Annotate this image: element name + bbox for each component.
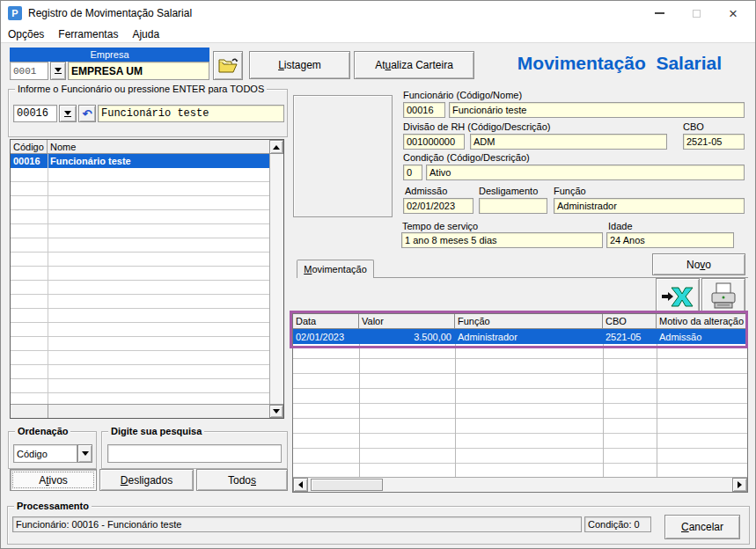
cbo-field[interactable]: 2521-05 [683, 134, 745, 150]
col-data[interactable]: Data [293, 314, 359, 329]
hscroll-thumb[interactable] [311, 479, 383, 491]
col-cbo[interactable]: CBO [603, 314, 657, 329]
employee-row-selected[interactable]: 00016 Funcionário teste [11, 154, 269, 168]
funcionario-code-field[interactable]: 00016 [403, 102, 445, 118]
desligamento-field[interactable] [479, 198, 547, 214]
excel-export-button[interactable] [656, 278, 700, 314]
cell-valor: 3.500,00 [359, 329, 455, 344]
cancelar-button[interactable]: Cancelar [664, 515, 740, 539]
minimize-icon [655, 12, 664, 14]
menu-ferramentas[interactable]: Ferramentas [51, 26, 125, 42]
divisao-label: Divisão de RH (Código/Descrição) [403, 121, 551, 132]
search-input[interactable] [107, 444, 282, 463]
open-company-button[interactable] [213, 51, 243, 80]
column-header-nome[interactable]: Nome [48, 140, 269, 154]
admissao-field[interactable]: 02/01/2023 [403, 198, 473, 214]
screen-title: Movimentação Salarial [490, 49, 749, 77]
minimize-button[interactable] [641, 1, 678, 26]
atualiza-carteira-button[interactable]: Atualiza Carteira [354, 51, 474, 79]
processing-condicao: Condição: 0 [584, 516, 651, 532]
scroll-left-icon [298, 481, 303, 488]
column-header-codigo[interactable]: Código [11, 140, 48, 154]
divisao-desc-field[interactable]: ADM [470, 134, 667, 150]
funcao-label: Função [554, 186, 586, 196]
grid-scrollbar-track[interactable] [269, 154, 283, 404]
search-group: Digite sua pesquisa [101, 431, 288, 469]
ordering-select[interactable]: Código [13, 444, 77, 463]
hscroll-left-button[interactable] [293, 478, 308, 492]
movement-hscrollbar[interactable] [293, 477, 747, 492]
listagem-button[interactable]: Listagem [249, 51, 350, 79]
ordering-group: Ordenação Código [8, 431, 97, 469]
employee-selector-group: Informe o Funcionário ou pressione ENTER… [8, 89, 288, 137]
col-valor[interactable]: Valor [359, 314, 455, 329]
funcionario-name-field[interactable]: Funcionário teste [449, 102, 745, 118]
close-icon: × [729, 6, 738, 21]
maximize-icon [693, 10, 701, 18]
col-funcao[interactable]: Função [455, 314, 603, 329]
close-button[interactable]: × [715, 1, 752, 26]
scroll-right-icon [738, 481, 742, 488]
tempo-field[interactable]: 1 ano 8 meses 5 dias [401, 232, 603, 248]
undo-button[interactable]: ↶ [78, 105, 96, 122]
cell-motivo: Admissão [657, 329, 747, 344]
cell-cbo: 2521-05 [603, 329, 657, 344]
grid-scroll-down-button[interactable] [269, 405, 283, 418]
todos-button[interactable]: Todos [196, 469, 288, 491]
employee-row-code: 00016 [11, 154, 48, 168]
movement-table: Data Valor Função CBO Motivo da alteraçã… [292, 313, 748, 493]
processing-status: Funcionário: 00016 - Funcionário teste [12, 516, 582, 532]
dropdown-arrow-icon [55, 68, 62, 72]
ativos-button[interactable]: Ativos [10, 469, 97, 491]
folder-open-icon [217, 57, 239, 74]
window-title: Registro de Movimentação Salarial [28, 7, 192, 19]
ordering-dropdown-button[interactable] [77, 444, 92, 463]
menu-bar: Opções Ferramentas Ajuda [1, 26, 755, 43]
app-window: P Registro de Movimentação Salarial × Op… [0, 0, 756, 549]
employee-grid-empty-rows [11, 168, 269, 404]
idade-label: Idade [608, 221, 633, 231]
admissao-label: Admissão [405, 186, 447, 196]
processing-group: Processamento Funcionário: 00016 - Funci… [7, 506, 750, 545]
excel-export-icon [661, 284, 694, 309]
funcao-field[interactable]: Administrador [554, 198, 745, 214]
divisao-code-field[interactable]: 001000000 [403, 134, 465, 150]
funcionario-label: Funcionário (Código/Nome) [403, 90, 522, 100]
photo-placeholder [293, 95, 393, 217]
employee-dropdown-button[interactable] [59, 105, 77, 122]
novo-button[interactable]: Novo [652, 253, 745, 275]
grid-scroll-up-button[interactable] [269, 140, 283, 154]
employee-code-input[interactable]: 00016 [13, 105, 57, 122]
movement-row-selected[interactable]: 02/01/2023 3.500,00 Administrador 2521-0… [293, 329, 747, 344]
dropdown-arrow-icon [82, 451, 89, 456]
app-icon: P [8, 6, 22, 20]
employee-grid-footer [11, 404, 283, 418]
condicao-code-field[interactable]: 0 [403, 165, 422, 180]
empresa-dropdown-button[interactable] [50, 62, 66, 80]
employee-selector-label: Informe o Funcionário ou pressione ENTER… [15, 84, 267, 94]
scroll-up-icon [273, 145, 280, 150]
employee-name-field[interactable]: Funcionário teste [98, 105, 284, 122]
employee-row-name: Funcionário teste [48, 154, 269, 168]
maximize-button[interactable] [678, 1, 715, 26]
search-label: Digite sua pesquisa [108, 426, 204, 436]
employee-grid: Código Nome 00016 Funcionário teste [10, 139, 284, 419]
cell-data: 02/01/2023 [293, 329, 359, 344]
tempo-label: Tempo de serviço [402, 221, 478, 231]
undo-icon: ↶ [83, 107, 92, 121]
condicao-desc-field[interactable]: Ativo [426, 165, 745, 180]
movement-table-header: Data Valor Função CBO Motivo da alteraçã… [293, 314, 747, 329]
ordering-label: Ordenação [15, 426, 70, 436]
idade-field[interactable]: 24 Anos [606, 232, 734, 248]
movement-table-empty-rows [293, 344, 747, 477]
empresa-code-field[interactable]: 0001 [10, 62, 48, 80]
menu-opcoes[interactable]: Opções [1, 26, 51, 42]
col-motivo[interactable]: Motivo da alteração [657, 314, 747, 329]
print-button[interactable] [701, 278, 745, 314]
tab-movimentacao[interactable]: Movimentação [297, 260, 374, 278]
empresa-name-field[interactable]: EMPRESA UM [68, 62, 209, 80]
hscroll-right-button[interactable] [732, 478, 747, 492]
desligados-button[interactable]: Desligados [99, 469, 194, 491]
employee-grid-header: Código Nome [11, 140, 283, 154]
menu-ajuda[interactable]: Ajuda [125, 26, 166, 42]
